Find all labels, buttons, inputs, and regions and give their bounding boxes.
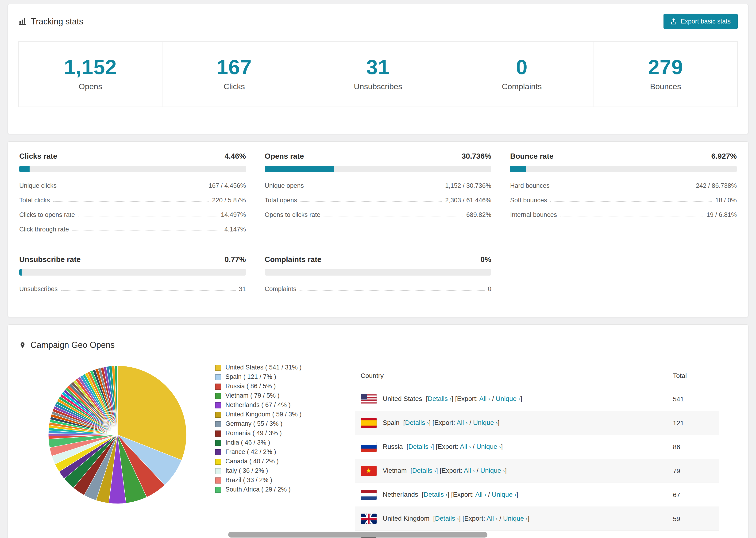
geo-table: Country Total United States [Details ›] … [355,364,719,538]
details-link[interactable]: Details › [405,418,429,426]
stat-complaints: 0 Complaints [450,41,594,107]
rate-row-value: 14.497% [221,211,246,218]
country-total: 55 [667,531,719,538]
table-row-vietnam: Vietnam [Details ›] [Export: All › / Uni… [355,459,719,483]
rate-card-header: Unsubscribe rate 0.77% [19,255,246,264]
legend-item: Canada ( 40 / 2% ) [215,458,341,465]
country-name: Vietnam [383,466,406,474]
rate-row-label: Opens to clicks rate [265,211,320,218]
dotted-leader [300,201,442,202]
export-all-link[interactable]: All › [486,514,498,522]
stat-value: 1,152 [19,56,162,79]
export-unique-link[interactable]: Unique › [503,514,528,522]
rate-row: Internal bounces 19 / 6.81% [510,211,737,218]
rate-row-value: 18 / 0% [715,197,737,204]
horizontal-scrollbar-thumb[interactable] [228,532,487,538]
export-unique-link[interactable]: Unique › [473,418,498,426]
map-pin-icon [19,341,26,349]
stat-unsubscribes: 31 Unsubscribes [306,41,450,107]
legend-label: Canada ( 40 / 2% ) [225,458,279,465]
rate-row-value: 19 / 6.81% [706,211,737,218]
dotted-leader [60,187,205,187]
chevron-right-icon: › [457,515,459,522]
legend-swatch [215,430,221,436]
legend-label: Brazil ( 33 / 2% ) [225,477,272,484]
chevron-right-icon: › [488,396,490,402]
progress-bar [265,166,491,172]
chevron-right-icon: › [450,396,452,402]
legend-swatch [215,487,221,493]
chevron-right-icon: › [514,491,516,498]
rate-card-header: Complaints rate 0% [265,255,491,264]
geo-opens-card: Campaign Geo Opens United States ( 541 /… [8,324,748,538]
stat-value: 167 [162,56,306,79]
legend-item: Netherlands ( 67 / 4% ) [215,402,341,408]
legend-swatch [215,383,221,389]
legend-label: United Kingdom ( 59 / 3% ) [225,411,301,418]
rate-title: Complaints rate [265,255,321,264]
dotted-leader [324,216,463,216]
stat-value: 279 [594,56,737,79]
country-total: 59 [667,507,719,531]
rate-row: Complaints 0 [265,286,491,293]
legend-swatch [215,421,221,427]
rate-row: Unique clicks 167 / 4.456% [19,182,246,189]
export-all-link[interactable]: All › [475,490,486,498]
legend-item: Vietnam ( 79 / 5% ) [215,393,341,399]
country-links: [Details ›] [Export: All › / Unique ›] [410,466,507,474]
chevron-right-icon: › [466,419,468,426]
rate-row: Click through rate 4.147% [19,226,246,233]
export-unique-link[interactable]: Unique › [496,395,520,402]
rate-row-label: Internal bounces [510,211,557,218]
chevron-right-icon: › [518,396,520,402]
legend-item: India ( 46 / 3% ) [215,439,341,446]
country-links: [Details ›] [Export: All › / Unique ›] [406,443,503,450]
stat-label: Complaints [450,82,593,91]
legend-swatch [215,402,221,408]
geo-legend: United States ( 541 / 31% ) Spain ( 121 … [215,364,341,496]
country-name: Spain [383,418,400,426]
rate-card-header: Clicks rate 4.46% [19,152,246,161]
country-name: United Kingdom [383,514,429,522]
country-links: [Details ›] [Export: All › / Unique ›] [403,418,499,426]
rate-row: Unique opens 1,152 / 30.736% [265,182,491,189]
legend-swatch [215,477,221,483]
rate-row: Opens to clicks rate 689.82% [265,211,491,218]
dotted-leader [78,216,218,216]
table-row-russia: Russia [Details ›] [Export: All › / Uniq… [355,435,719,459]
details-link[interactable]: Details › [408,443,432,450]
rate-title: Unsubscribe rate [19,255,81,264]
details-link[interactable]: Details › [435,514,459,522]
export-all-link[interactable]: All › [464,466,475,474]
export-all-link[interactable]: All › [479,395,490,402]
legend-item: United Kingdom ( 59 / 3% ) [215,411,341,418]
details-link[interactable]: Details › [428,395,452,402]
legend-label: Vietnam ( 79 / 5% ) [225,393,280,399]
chevron-right-icon: › [496,515,498,522]
export-basic-stats-button[interactable]: Export basic stats [664,14,738,29]
rate-row: Total clicks 220 / 5.87% [19,197,246,204]
export-unique-link[interactable]: Unique › [476,443,501,450]
rate-percent: 0.77% [225,255,246,264]
dotted-leader [560,216,703,216]
geo-table-wrap: Country Total United States [Details ›] … [355,364,719,538]
export-unique-link[interactable]: Unique › [492,490,516,498]
chevron-right-icon: › [526,515,527,522]
flag-icon-es [361,418,377,428]
rate-row-value: 689.82% [466,211,491,218]
legend-label: Spain ( 121 / 7% ) [225,374,276,380]
stat-label: Clicks [162,82,306,91]
flag-icon-us [361,394,377,404]
export-all-link[interactable]: All › [460,443,471,450]
export-unique-link[interactable]: Unique › [480,466,505,474]
rate-row-value: 1,152 / 30.736% [445,182,491,189]
export-all-link[interactable]: All › [457,418,468,426]
details-link[interactable]: Details › [424,490,448,498]
rate-row: Clicks to opens rate 14.497% [19,211,246,218]
country-cell: United States [Details ›] [Export: All ›… [355,387,667,411]
details-link[interactable]: Details › [412,466,436,474]
legend-item: Russia ( 86 / 5% ) [215,383,341,390]
stat-label: Unsubscribes [306,82,450,91]
table-row-united-states: United States [Details ›] [Export: All ›… [355,387,719,411]
dotted-leader [72,231,221,231]
